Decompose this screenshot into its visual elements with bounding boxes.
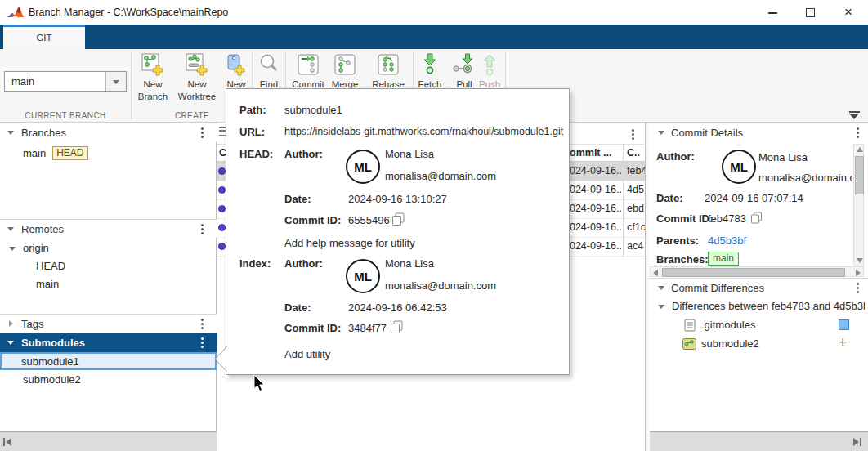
section-header-submodules[interactable]: Submodules: [0, 333, 217, 352]
matlab-logo-icon: [7, 4, 24, 20]
copy-icon[interactable]: [390, 320, 403, 333]
tab-git-label: GIT: [36, 33, 51, 42]
index-author-email: monalisa@domain.com: [385, 279, 496, 292]
avatar: ML: [722, 150, 756, 184]
branch-item-main[interactable]: main HEAD: [0, 144, 217, 162]
right-panel: Commit Details Author: ML Mona Lisa mona…: [650, 123, 868, 451]
avatar: ML: [346, 150, 380, 184]
collapse-bar: [849, 111, 860, 113]
diff-file-row[interactable]: submodule2 +: [650, 335, 868, 353]
vscroll-thumb[interactable]: [855, 156, 864, 194]
head-commit-message: Add help message for utility: [284, 237, 415, 249]
section-header-branches[interactable]: Branches: [0, 123, 217, 141]
commit-differences-menu-icon[interactable]: [857, 287, 859, 289]
merge-button[interactable]: Merge: [327, 52, 363, 91]
remote-branch-name: HEAD: [36, 260, 65, 272]
remotes-menu-icon[interactable]: [201, 228, 204, 230]
panel-splitter[interactable]: [646, 123, 650, 451]
bar: [3, 438, 5, 446]
graph-node-dot: [218, 186, 226, 194]
diff-root-node[interactable]: Differences between feb4783 and 4d5b3bf: [650, 297, 868, 315]
details-vscrollbar[interactable]: [853, 144, 864, 266]
branch-badge: main: [708, 252, 739, 266]
close-button[interactable]: ×: [829, 0, 868, 25]
commit-id-cell: ac4: [627, 240, 645, 252]
scroll-right-icon[interactable]: [856, 270, 861, 276]
submodule-item-1[interactable]: submodule1: [0, 352, 217, 370]
fetch-button[interactable]: Fetch: [415, 52, 445, 91]
commit-details-menu-icon[interactable]: [857, 132, 859, 134]
maximize-button[interactable]: [791, 0, 829, 25]
branches-menu-icon[interactable]: [201, 132, 204, 134]
author-label: Author:: [284, 148, 323, 160]
scroll-home-icon[interactable]: [3, 437, 13, 447]
title-bar: Branch Manager - C:\WorkSpace\mainRepo ×: [0, 0, 868, 25]
find-button[interactable]: Find: [253, 52, 284, 91]
submodules-title: Submodules: [21, 337, 85, 349]
hscroll-thumb[interactable]: [662, 268, 845, 277]
push-icon: [480, 52, 499, 78]
added-indicator: +: [839, 334, 848, 351]
url-label: URL:: [239, 126, 265, 138]
commit-button[interactable]: Commit: [289, 52, 328, 91]
index-commit-message: Add utility: [284, 348, 330, 360]
remote-item-head[interactable]: HEAD: [0, 257, 217, 275]
submodule-name: submodule2: [23, 373, 81, 386]
commit-id-cell: feb4: [627, 165, 645, 176]
sidebar-hscrollbar[interactable]: [0, 431, 217, 451]
pull-button[interactable]: Pull: [450, 52, 478, 91]
submodule-name: submodule1: [21, 355, 79, 368]
collapse-icon: [658, 131, 664, 135]
details-hscrollbar[interactable]: [650, 266, 864, 277]
remote-item-main[interactable]: main: [0, 275, 217, 293]
new-worktree-button[interactable]: New Worktree: [174, 52, 220, 103]
new-branch-button[interactable]: New Branch: [133, 52, 172, 103]
current-branch-combo[interactable]: main: [4, 71, 127, 92]
parent-commit-link[interactable]: 4d5b3bf: [708, 234, 746, 247]
tags-menu-icon[interactable]: [201, 323, 204, 325]
submodules-menu-icon[interactable]: [201, 342, 204, 344]
section-header-tags[interactable]: Tags: [0, 315, 217, 333]
right-hscrollbar[interactable]: [646, 431, 868, 451]
minimize-button[interactable]: [754, 0, 791, 25]
collapse-icon: [9, 247, 16, 251]
expand-icon: [9, 320, 13, 327]
collapse-icon: [7, 227, 14, 231]
new-tag-icon: [224, 52, 248, 78]
sidebar: Branches main HEAD Remotes origin HEAD m…: [0, 123, 217, 451]
section-header-commit-details[interactable]: Commit Details: [650, 123, 868, 141]
commit-id-label: Commit ID:: [284, 322, 341, 334]
collapse-icon: [658, 286, 664, 290]
combo-dropdown-button[interactable]: [105, 72, 126, 91]
tri: [853, 438, 859, 446]
copy-icon[interactable]: [750, 212, 763, 224]
author-label: Author:: [284, 257, 323, 270]
tab-git[interactable]: GIT: [3, 25, 85, 49]
commit-date-cell: 2024-09-16...: [564, 184, 621, 195]
scroll-left-icon[interactable]: [653, 270, 658, 276]
commit-details-title: Commit Details: [671, 127, 743, 139]
column-header-commit[interactable]: Commit ...: [562, 147, 611, 159]
new-branch-label-1: New: [143, 78, 162, 91]
scroll-end-icon[interactable]: [853, 437, 863, 447]
head-author-email: monalisa@domain.com: [385, 170, 496, 182]
section-header-commit-differences[interactable]: Commit Differences: [650, 278, 868, 297]
section-header-remotes[interactable]: Remotes: [0, 220, 217, 238]
minimize-icon: [768, 12, 777, 14]
copy-icon[interactable]: [391, 212, 405, 226]
remote-item-origin[interactable]: origin: [0, 239, 217, 257]
submodule-item-2[interactable]: submodule2: [0, 371, 217, 389]
commit-panel-menu-icon[interactable]: [632, 133, 634, 136]
commit-icon: [297, 52, 320, 78]
collapse-icon: [658, 305, 664, 309]
remote-name: origin: [23, 242, 49, 254]
scroll-up-icon[interactable]: [857, 147, 863, 152]
scroll-down-icon[interactable]: [857, 258, 863, 263]
panel-collapse-button[interactable]: [848, 111, 862, 121]
rebase-button[interactable]: Rebase: [369, 52, 408, 91]
push-button[interactable]: Push: [477, 52, 503, 91]
avatar-initials: ML: [354, 270, 372, 284]
fetch-icon: [420, 52, 440, 78]
column-header-id[interactable]: C..: [627, 147, 640, 159]
diff-file-row[interactable]: .gitmodules: [650, 316, 868, 334]
